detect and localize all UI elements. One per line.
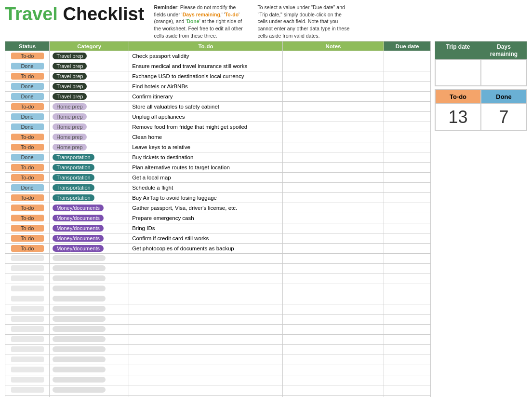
todo-cell[interactable]: Unplug all appliances (129, 112, 283, 122)
duedate-cell[interactable] (384, 244, 431, 254)
todo-cell[interactable]: Prepare emergency cash (129, 213, 283, 223)
notes-cell[interactable] (282, 102, 384, 112)
status-cell[interactable]: Done (5, 61, 50, 71)
notes-cell[interactable] (282, 233, 384, 244)
todo-cell[interactable]: Clean home (129, 132, 283, 142)
status-cell[interactable]: Done (5, 152, 50, 163)
duedate-cell[interactable] (384, 173, 431, 183)
notes-cell[interactable] (282, 122, 384, 132)
duedate-cell[interactable] (384, 213, 431, 223)
notes-cell[interactable] (282, 92, 384, 102)
notes-cell[interactable] (282, 61, 384, 71)
status-cell[interactable]: Done (5, 112, 50, 122)
category-cell[interactable]: Transportation (50, 183, 129, 193)
status-cell[interactable]: To-do (5, 193, 50, 203)
status-cell[interactable]: To-do (5, 173, 50, 183)
todo-cell[interactable]: Leave keys to a relative (129, 142, 283, 152)
todo-cell[interactable]: Check passport validity (129, 51, 283, 61)
category-cell[interactable]: Home prep (50, 142, 129, 152)
notes-cell[interactable] (282, 244, 384, 254)
notes-cell[interactable] (282, 163, 384, 173)
status-cell[interactable]: To-do (5, 132, 50, 142)
category-cell[interactable]: Transportation (50, 193, 129, 203)
duedate-cell[interactable] (384, 142, 431, 152)
todo-cell[interactable]: Store all valuables to safety cabinet (129, 102, 283, 112)
todo-cell[interactable]: Plan alternative routes to target locati… (129, 163, 283, 173)
notes-cell[interactable] (282, 82, 384, 92)
todo-cell[interactable]: Buy tickets to destination (129, 152, 283, 163)
category-cell[interactable]: Travel prep (50, 61, 129, 71)
category-cell[interactable]: Travel prep (50, 82, 129, 92)
duedate-cell[interactable] (384, 223, 431, 233)
duedate-cell[interactable] (384, 92, 431, 102)
notes-cell[interactable] (282, 142, 384, 152)
todo-cell[interactable]: Find hotels or AirBNBs (129, 82, 283, 92)
category-cell[interactable]: Travel prep (50, 92, 129, 102)
status-cell[interactable]: To-do (5, 71, 50, 82)
todo-cell[interactable]: Get photocopies of documents as backup (129, 244, 283, 254)
notes-cell[interactable] (282, 112, 384, 122)
todo-cell[interactable]: Get a local map (129, 173, 283, 183)
duedate-cell[interactable] (384, 152, 431, 163)
category-cell[interactable]: Travel prep (50, 51, 129, 61)
notes-cell[interactable] (282, 132, 384, 142)
duedate-cell[interactable] (384, 233, 431, 244)
todo-cell[interactable]: Exchange USD to destination's local curr… (129, 71, 283, 82)
duedate-cell[interactable] (384, 71, 431, 82)
status-cell[interactable]: To-do (5, 102, 50, 112)
category-cell[interactable]: Money/documents (50, 244, 129, 254)
notes-cell[interactable] (282, 193, 384, 203)
status-cell[interactable]: Done (5, 122, 50, 132)
category-cell[interactable]: Home prep (50, 122, 129, 132)
todo-cell[interactable]: Bring IDs (129, 223, 283, 233)
todo-cell[interactable]: Buy AirTag to avoid losing luggage (129, 193, 283, 203)
duedate-cell[interactable] (384, 193, 431, 203)
duedate-cell[interactable] (384, 82, 431, 92)
category-cell[interactable]: Home prep (50, 132, 129, 142)
todo-cell[interactable]: Schedule a flight (129, 183, 283, 193)
category-cell[interactable]: Transportation (50, 163, 129, 173)
category-cell[interactable]: Money/documents (50, 223, 129, 233)
duedate-cell[interactable] (384, 112, 431, 122)
status-cell[interactable]: Done (5, 92, 50, 102)
status-cell[interactable]: To-do (5, 213, 50, 223)
duedate-cell[interactable] (384, 203, 431, 213)
category-cell[interactable]: Transportation (50, 152, 129, 163)
status-cell[interactable]: To-do (5, 142, 50, 152)
category-cell[interactable]: Money/documents (50, 213, 129, 223)
notes-cell[interactable] (282, 51, 384, 61)
category-cell[interactable]: Home prep (50, 112, 129, 122)
status-cell[interactable]: To-do (5, 223, 50, 233)
category-cell[interactable]: Money/documents (50, 203, 129, 213)
trip-date-input[interactable] (435, 59, 481, 86)
todo-cell[interactable]: Confirm itinerary (129, 92, 283, 102)
category-cell[interactable]: Home prep (50, 102, 129, 112)
duedate-cell[interactable] (384, 61, 431, 71)
duedate-cell[interactable] (384, 132, 431, 142)
category-cell[interactable]: Travel prep (50, 71, 129, 82)
status-cell[interactable]: Done (5, 82, 50, 92)
category-cell[interactable]: Money/documents (50, 233, 129, 244)
notes-cell[interactable] (282, 71, 384, 82)
notes-cell[interactable] (282, 223, 384, 233)
duedate-cell[interactable] (384, 183, 431, 193)
duedate-cell[interactable] (384, 163, 431, 173)
duedate-cell[interactable] (384, 122, 431, 132)
status-cell[interactable]: To-do (5, 163, 50, 173)
todo-cell[interactable]: Gather passport, Visa, driver's license,… (129, 203, 283, 213)
todo-cell[interactable]: Remove food from fridge that might get s… (129, 122, 283, 132)
todo-cell[interactable]: Ensure medical and travel insurance stil… (129, 61, 283, 71)
notes-cell[interactable] (282, 183, 384, 193)
duedate-cell[interactable] (384, 102, 431, 112)
notes-cell[interactable] (282, 152, 384, 163)
status-cell[interactable]: To-do (5, 244, 50, 254)
todo-cell[interactable]: Confirm if credit card still works (129, 233, 283, 244)
notes-cell[interactable] (282, 213, 384, 223)
status-cell[interactable]: Done (5, 183, 50, 193)
duedate-cell[interactable] (384, 51, 431, 61)
status-cell[interactable]: To-do (5, 51, 50, 61)
status-cell[interactable]: To-do (5, 203, 50, 213)
notes-cell[interactable] (282, 173, 384, 183)
category-cell[interactable]: Transportation (50, 173, 129, 183)
notes-cell[interactable] (282, 203, 384, 213)
